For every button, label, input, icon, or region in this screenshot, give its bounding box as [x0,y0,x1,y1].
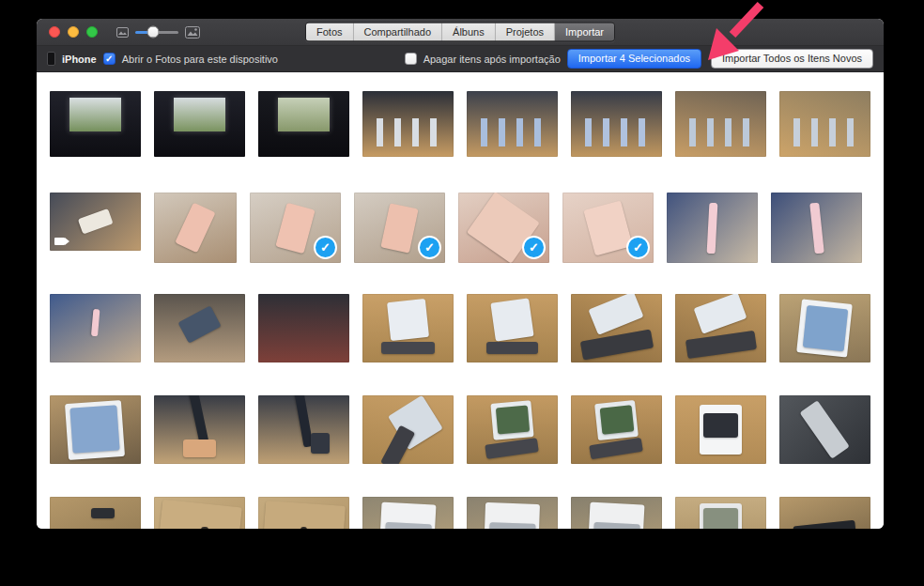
selected-checkmark-icon[interactable]: ✓ [522,236,546,259]
photo-detail-slab [175,203,216,253]
photo-detail-slab [809,202,824,254]
photo-thumbnail[interactable] [154,395,245,464]
photo-detail-slab [703,413,738,438]
photo-thumbnail[interactable] [362,294,454,362]
photo-thumbnail[interactable] [154,193,237,263]
photo-detail-slab [489,523,536,529]
open-photos-checkbox-label: Abrir o Fotos para este dispositivo [122,54,278,65]
photo-thumbnail[interactable] [154,294,245,362]
selected-checkmark-icon[interactable]: ✓ [418,236,441,259]
photo-detail-slab [490,299,533,342]
tab-importar[interactable]: Importar [555,23,614,41]
photo-row [50,395,870,466]
photo-thumbnail[interactable] [675,91,766,157]
photo-detail-slab [590,438,644,459]
photo-thumbnail[interactable] [779,294,870,362]
photo-thumbnail[interactable] [258,395,349,464]
photo-thumbnail[interactable] [779,395,870,464]
photo-thumbnail[interactable] [675,497,766,529]
photo-detail-slab [70,528,120,529]
photo-thumbnail[interactable] [50,497,141,529]
photo-detail-slab [579,329,653,360]
photo-thumbnail[interactable]: ✓ [562,193,654,263]
photo-thumbnail[interactable] [362,395,454,464]
photo-thumbnail[interactable] [258,497,349,529]
photo-thumbnail[interactable] [50,294,141,362]
photo-thumbnail[interactable] [571,497,662,529]
photo-detail-bars [585,118,649,146]
photo-detail-bars [481,118,545,146]
import-all-button[interactable]: Importar Todos os Itens Novos [711,49,873,69]
photo-detail-slab [694,294,747,334]
photo-thumbnail[interactable] [50,91,141,157]
photo-detail-bars [689,118,753,146]
delete-after-import-checkbox[interactable] [405,53,417,65]
photo-grid: ✓✓✓✓ [37,73,884,529]
photo-thumbnail[interactable] [50,395,141,464]
photos-app-window: FotosCompartilhadoÁlbunsProjetosImportar… [37,19,884,529]
photo-detail-slab [262,501,346,529]
photo-thumbnail[interactable] [771,193,862,263]
photo-thumbnail[interactable] [571,294,662,362]
photo-thumbnail[interactable]: ✓ [250,193,341,263]
photo-detail-bars [793,118,857,146]
photo-thumbnail[interactable] [675,395,766,464]
zoom-button[interactable] [86,26,98,38]
import-toolbar: iPhone ✓ Abrir o Fotos para este disposi… [37,46,884,72]
photo-detail-slab [91,309,100,337]
close-button[interactable] [49,26,60,38]
open-photos-checkbox[interactable]: ✓ [103,53,116,65]
photo-thumbnail[interactable] [779,497,870,529]
photo-thumbnail[interactable] [667,193,758,263]
tab-albuns[interactable]: Álbuns [442,23,496,41]
photo-thumbnail[interactable] [467,294,558,362]
import-selected-button[interactable]: Importar 4 Selecionados [567,49,701,69]
photo-detail-slab [703,508,738,529]
photo-thumbnail[interactable]: ✓ [354,193,445,263]
photo-thumbnail[interactable]: ✓ [458,193,549,263]
photo-detail-slab [77,208,113,235]
photo-thumbnail[interactable] [467,497,558,529]
minimize-button[interactable] [68,26,79,38]
photo-thumbnail[interactable] [362,497,454,529]
photo-detail-screen [278,98,329,131]
photo-detail-slab [802,305,847,352]
photo-detail-screen [69,98,120,131]
selected-checkmark-icon[interactable]: ✓ [314,236,337,259]
photo-detail-slab [486,342,537,353]
photo-detail-slab [381,342,434,353]
photo-thumbnail[interactable] [467,91,558,157]
photo-thumbnail[interactable] [154,91,245,157]
iphone-icon [47,52,55,66]
photo-thumbnail[interactable] [362,91,454,157]
photo-thumbnail[interactable] [50,193,141,251]
photo-detail-slab [157,499,242,529]
photo-detail-bars [377,118,440,146]
photo-detail-slab [707,202,718,253]
photo-thumbnail[interactable] [258,91,349,157]
photo-detail-slab [178,305,222,343]
photo-detail-slab [589,294,644,335]
photo-detail-slab [300,527,308,529]
tab-compartilhado[interactable]: Compartilhado [354,23,443,41]
photo-thumbnail[interactable] [571,91,662,157]
photo-thumbnail[interactable] [154,497,245,529]
photo-detail-slab [183,440,216,457]
zoom-slider-knob[interactable] [147,26,160,39]
large-thumbnails-icon [185,26,200,39]
photo-detail-slab [583,200,632,254]
photo-detail-screen [174,98,224,131]
zoom-slider[interactable] [135,31,178,34]
photo-thumbnail[interactable] [571,395,662,464]
screenshot-canvas: FotosCompartilhadoÁlbunsProjetosImportar… [0,0,924,586]
photo-detail-slab [800,400,851,459]
photo-detail-slab [387,299,429,341]
tab-fotos[interactable]: Fotos [306,23,354,41]
tab-projetos[interactable]: Projetos [496,23,555,41]
photo-detail-slab [275,202,315,253]
photo-thumbnail[interactable] [779,91,870,157]
photo-thumbnail[interactable] [258,294,349,362]
photo-thumbnail[interactable] [467,395,558,464]
selected-checkmark-icon[interactable]: ✓ [626,236,650,259]
photo-thumbnail[interactable] [675,294,766,362]
